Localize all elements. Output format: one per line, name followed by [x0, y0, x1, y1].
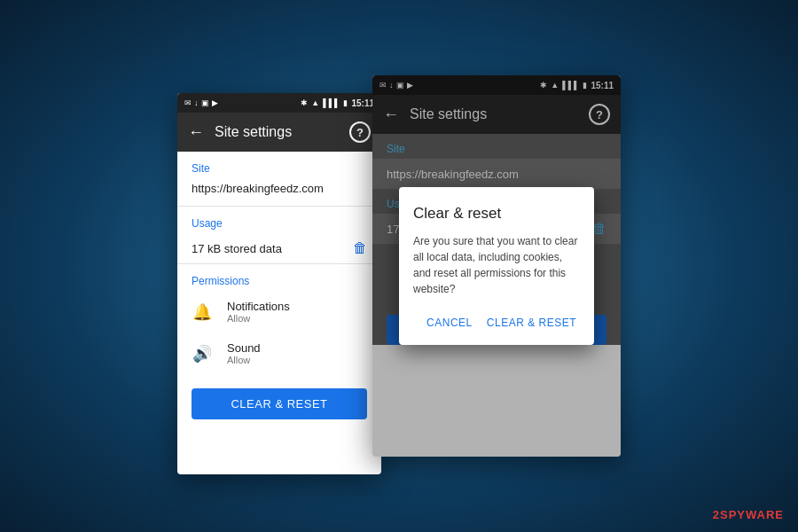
screenshots-container: ✉ ↓ ▣ ▶ ✱ ▲ ▌▌▌ ▮ 15:11 ← Site settings …	[177, 58, 621, 474]
app-title-left: Site settings	[215, 124, 339, 140]
content-left: Site https://breakingfeedz.com Usage 17 …	[177, 152, 381, 434]
bell-icon-left: 🔔	[192, 302, 213, 322]
dialog: Clear & reset Are you sure that you want…	[399, 187, 594, 345]
permission-sound-left: 🔊 Sound Allow	[177, 332, 381, 374]
permissions-label-left: Permissions	[177, 264, 381, 291]
site-url-left: https://breakingfeedz.com	[177, 178, 381, 206]
watermark-prefix: 2SPYWAR	[713, 508, 776, 521]
watermark-suffix: E	[775, 508, 784, 521]
play-icon: ▶	[212, 98, 218, 107]
bluetooth-icon: ✱	[301, 98, 308, 107]
download-icon: ↓	[194, 98, 199, 107]
app-bar-left: ← Site settings ?	[177, 113, 381, 152]
usage-row-left: 17 kB stored data 🗑	[177, 233, 381, 263]
site-label-left: Site	[177, 152, 381, 178]
image-icon: ▣	[201, 98, 209, 107]
watermark: 2SPYWARE	[713, 508, 784, 521]
dialog-message: Are you sure that you want to clear all …	[413, 233, 580, 297]
left-phone-screen: ✉ ↓ ▣ ▶ ✱ ▲ ▌▌▌ ▮ 15:11 ← Site settings …	[177, 93, 381, 474]
wifi-icon: ▲	[311, 98, 319, 107]
dialog-title: Clear & reset	[413, 205, 580, 223]
status-icons-left: ✉ ↓ ▣ ▶	[184, 98, 297, 107]
perm-status-notifications-left: Allow	[227, 313, 290, 324]
status-time-left: 15:11	[351, 98, 374, 108]
usage-label-left: Usage	[177, 207, 381, 233]
dialog-buttons: CANCEL CLEAR & RESET	[413, 311, 580, 338]
sound-icon-left: 🔊	[192, 344, 213, 364]
permission-notifications-left: 🔔 Notifications Allow	[177, 291, 381, 332]
trash-icon-left[interactable]: 🗑	[353, 240, 367, 256]
status-bar-left: ✉ ↓ ▣ ▶ ✱ ▲ ▌▌▌ ▮ 15:11	[177, 93, 381, 113]
envelope-icon: ✉	[184, 98, 192, 107]
right-phone-screen: ✉ ↓ ▣ ▶ ✱ ▲ ▌▌▌ ▮ 15:11 ← Site settings …	[372, 75, 621, 457]
dialog-confirm-button[interactable]: CLEAR & RESET	[483, 311, 580, 334]
battery-icon: ▮	[343, 98, 348, 107]
dialog-cancel-button[interactable]: CANCEL	[423, 311, 476, 334]
clear-reset-button-left[interactable]: CLEAR & RESET	[192, 388, 367, 419]
perm-status-sound-left: Allow	[227, 355, 261, 365]
perm-name-sound-left: Sound	[227, 341, 261, 355]
dialog-overlay: Clear & reset Are you sure that you want…	[372, 75, 621, 457]
usage-storage-left: 17 kB stored data	[192, 242, 353, 255]
signal-icon: ▌▌▌	[323, 98, 340, 107]
perm-name-notifications-left: Notifications	[227, 300, 290, 313]
help-button-left[interactable]: ?	[349, 121, 371, 143]
back-button-left[interactable]: ←	[188, 123, 204, 142]
